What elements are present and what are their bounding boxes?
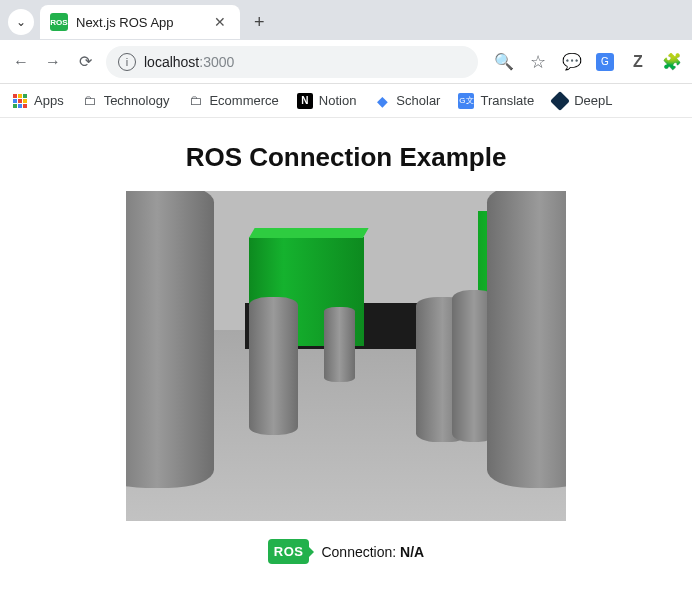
bookmark-ecommerce[interactable]: 🗀 Ecommerce [187, 93, 278, 109]
connection-status-row: ROS Connection: N/A [0, 539, 692, 564]
bookmark-technology[interactable]: 🗀 Technology [82, 93, 170, 109]
ros-logo-icon: ROS [268, 539, 310, 564]
apps-grid-icon [12, 93, 28, 109]
browser-toolbar: ← → ⟳ i localhost:3000 🔍 ☆ 💬 G Z 🧩 [0, 40, 692, 84]
tab-close-button[interactable]: ✕ [210, 14, 230, 30]
bookmark-label: Notion [319, 93, 357, 108]
reload-button[interactable]: ⟳ [74, 51, 96, 73]
tab-strip: ⌄ ROS Next.js ROS App ✕ + [0, 0, 692, 40]
bookmark-label: Apps [34, 93, 64, 108]
bookmark-apps[interactable]: Apps [12, 93, 64, 109]
bookmark-label: Translate [480, 93, 534, 108]
folder-icon: 🗀 [82, 93, 98, 109]
connection-status-value: N/A [400, 544, 424, 560]
connection-status-label: Connection: [321, 544, 400, 560]
bookmark-star-icon[interactable]: ☆ [528, 51, 548, 73]
notion-icon: N [297, 93, 313, 109]
page-title: ROS Connection Example [0, 142, 692, 173]
deepl-icon [552, 93, 568, 109]
extensions-puzzle-icon[interactable]: 🧩 [662, 52, 682, 71]
bookmarks-bar: Apps 🗀 Technology 🗀 Ecommerce N Notion ◆… [0, 84, 692, 118]
bookmark-deepl[interactable]: DeepL [552, 93, 612, 109]
tabs-menu-button[interactable]: ⌄ [8, 9, 34, 35]
bookmark-translate[interactable]: G文 Translate [458, 93, 534, 109]
zoom-icon[interactable]: 🔍 [494, 52, 514, 71]
site-info-icon[interactable]: i [118, 53, 136, 71]
bookmark-label: DeepL [574, 93, 612, 108]
address-host: localhost [144, 54, 199, 70]
address-bar[interactable]: i localhost:3000 [106, 46, 478, 78]
page-content: ROS Connection Example ROS Connection: N… [0, 118, 692, 576]
bookmark-label: Ecommerce [209, 93, 278, 108]
folder-icon: 🗀 [187, 93, 203, 109]
browser-tab[interactable]: ROS Next.js ROS App ✕ [40, 5, 240, 39]
bookmark-notion[interactable]: N Notion [297, 93, 357, 109]
scholar-icon: ◆ [374, 93, 390, 109]
back-button[interactable]: ← [10, 51, 32, 73]
tab-favicon-icon: ROS [50, 13, 68, 31]
new-tab-button[interactable]: + [246, 12, 273, 33]
forward-button[interactable]: → [42, 51, 64, 73]
extension-chat-icon[interactable]: 💬 [562, 52, 582, 71]
tab-title: Next.js ROS App [76, 15, 202, 30]
scene-cylinder [324, 307, 355, 383]
ros-3d-viewport[interactable] [126, 191, 566, 521]
scene-cylinder [487, 191, 566, 488]
scene-cylinder [126, 191, 214, 488]
bookmark-label: Scholar [396, 93, 440, 108]
extension-translate-icon[interactable]: G [596, 53, 614, 71]
scene-cylinder [249, 297, 297, 436]
extension-z-icon[interactable]: Z [628, 53, 648, 71]
translate-icon: G文 [458, 93, 474, 109]
address-port: :3000 [199, 54, 234, 70]
bookmark-scholar[interactable]: ◆ Scholar [374, 93, 440, 109]
bookmark-label: Technology [104, 93, 170, 108]
